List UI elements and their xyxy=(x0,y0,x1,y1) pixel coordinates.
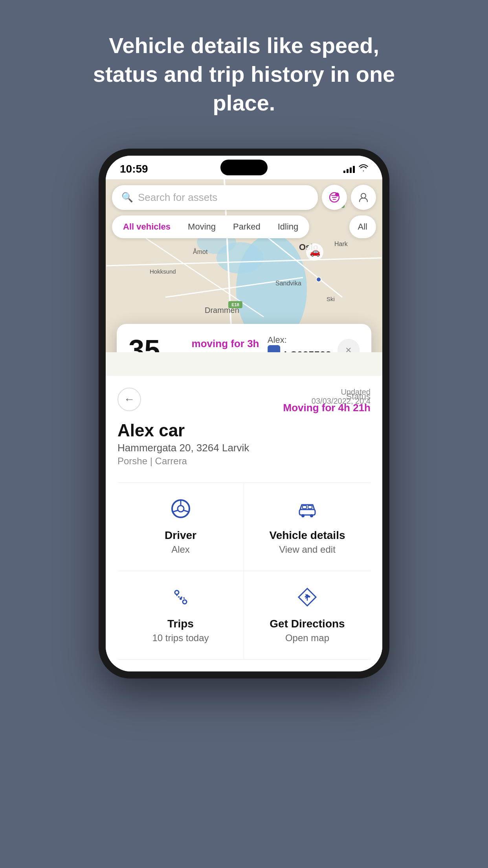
vehicle-address: Hammergata 20, 3264 Larvik xyxy=(117,442,249,454)
vehicle-id-block: Alex: LS935538 xyxy=(268,335,331,352)
directions-title: Get Directions xyxy=(270,618,345,630)
svg-text:🚗: 🚗 xyxy=(310,246,321,257)
svg-line-34 xyxy=(183,510,189,512)
vehicle-info: Alex: LS935538 × xyxy=(268,335,360,352)
profile-button[interactable] xyxy=(351,185,376,210)
svg-point-40 xyxy=(175,590,179,594)
notch xyxy=(220,160,268,175)
vehicle-model: Porshe | Carrera xyxy=(117,456,249,467)
driver-sub: Alex xyxy=(171,544,190,555)
svg-point-31 xyxy=(178,506,184,512)
svg-text:Ski: Ski xyxy=(327,296,335,302)
search-icon: 🔍 xyxy=(121,192,133,203)
svg-point-41 xyxy=(183,600,187,604)
vehicle-owner: Alex: xyxy=(268,335,287,345)
tab-idling[interactable]: Idling xyxy=(269,218,307,236)
search-placeholder: Search for assets xyxy=(138,191,217,204)
svg-point-37 xyxy=(310,514,313,517)
status-icons xyxy=(343,164,368,174)
speed-unit: km/h xyxy=(162,350,184,352)
svg-rect-39 xyxy=(308,506,312,509)
svg-point-36 xyxy=(301,514,305,517)
action-grid: Driver Alex xyxy=(117,482,371,660)
filter-tabs: All vehicles Moving Parked Idling xyxy=(112,215,309,238)
svg-point-29 xyxy=(361,193,366,198)
svg-text:Hark: Hark xyxy=(334,241,348,247)
action-trips[interactable]: Trips 10 trips today xyxy=(117,571,244,660)
svg-text:Drammen: Drammen xyxy=(205,306,239,314)
map-area: E16 E16 E18 Jevnaker Oslo Hark Åmot Sand… xyxy=(106,179,382,352)
moving-status: moving for 3h 20 xyxy=(192,338,268,352)
phone-frame: 10:59 xyxy=(99,149,389,679)
phone-mockup: 10:59 xyxy=(99,149,389,679)
driver-title: Driver xyxy=(165,529,196,542)
route-icon xyxy=(171,587,191,612)
svg-point-26 xyxy=(316,277,321,282)
svg-text:Åmot: Åmot xyxy=(193,248,208,255)
tab-parked[interactable]: Parked xyxy=(224,218,269,236)
steering-wheel-icon xyxy=(171,498,191,524)
speed-value: 35 xyxy=(128,336,160,352)
vehicle-details-title: Vehicle details xyxy=(270,529,345,542)
vehicle-details-sub: View and edit xyxy=(279,544,336,555)
directions-icon: ➤ xyxy=(297,587,317,612)
car-icon xyxy=(297,498,317,524)
svg-point-28 xyxy=(335,193,339,197)
search-bar[interactable]: 🔍 Search for assets xyxy=(112,185,318,210)
svg-text:➤: ➤ xyxy=(305,592,311,600)
signal-bars-icon xyxy=(343,165,355,173)
tab-all-vehicles[interactable]: All vehicles xyxy=(114,218,179,236)
status-label: Status xyxy=(283,392,371,402)
action-driver[interactable]: Driver Alex xyxy=(117,483,244,571)
svg-text:Sandvika: Sandvika xyxy=(275,280,301,287)
directions-sub: Open map xyxy=(285,633,329,644)
speed-display: 35 km/h xyxy=(128,336,184,352)
tab-all-right[interactable]: All xyxy=(349,215,376,238)
svg-rect-35 xyxy=(299,509,315,515)
vehicle-name: Alex car xyxy=(117,421,249,440)
vehicle-plate: LS935538 xyxy=(284,349,331,353)
action-directions[interactable]: ➤ Get Directions Open map xyxy=(244,571,371,660)
svg-rect-38 xyxy=(303,506,306,509)
status-bar: 10:59 xyxy=(106,156,382,179)
back-button[interactable]: ← xyxy=(117,388,141,411)
close-popup-button[interactable]: × xyxy=(338,339,360,352)
status-value: Moving for 4h 21h xyxy=(283,402,371,414)
status-time: 10:59 xyxy=(120,163,148,175)
svg-line-33 xyxy=(173,510,178,512)
trips-sub: 10 trips today xyxy=(152,633,209,644)
phone-screen: 10:59 xyxy=(106,156,382,671)
vehicle-status: Status Moving for 4h 21h xyxy=(283,392,371,414)
vehicle-popup: 35 km/h moving for 3h 20 Alex: LS935538 … xyxy=(117,324,371,352)
svg-point-42 xyxy=(180,598,182,600)
wifi-icon xyxy=(359,164,368,174)
action-vehicle-details[interactable]: Vehicle details View and edit xyxy=(244,483,371,571)
trips-title: Trips xyxy=(167,618,194,630)
car-color-icon xyxy=(268,345,280,352)
vehicle-id-row: LS935538 xyxy=(268,345,331,352)
filter-button[interactable] xyxy=(322,185,347,210)
tab-moving[interactable]: Moving xyxy=(179,218,224,236)
search-bar-container: 🔍 Search for assets xyxy=(112,185,376,210)
vehicle-details-left: Alex car Hammergata 20, 3264 Larvik Pors… xyxy=(117,415,249,467)
svg-text:Hokksund: Hokksund xyxy=(150,268,176,275)
detail-panel: ← Updated 03/03/2022, 20:4 Alex car Hamm… xyxy=(106,376,382,671)
hero-title: Vehicle details like speed, status and t… xyxy=(67,31,421,117)
